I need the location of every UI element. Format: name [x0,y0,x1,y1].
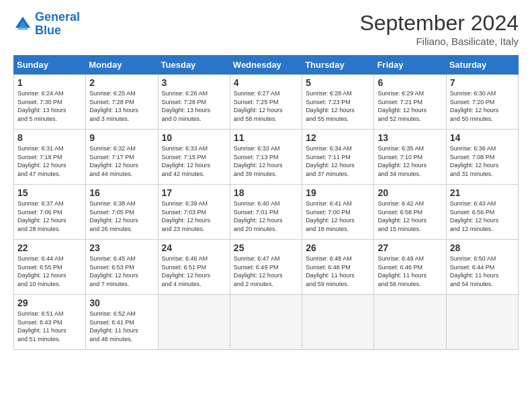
calendar-day-cell: 26Sunrise: 6:48 AM Sunset: 6:48 PM Dayli… [302,240,374,295]
calendar-day-cell: 24Sunrise: 6:46 AM Sunset: 6:51 PM Dayli… [158,240,230,295]
day-detail: Sunrise: 6:26 AM Sunset: 7:26 PM Dayligh… [162,89,226,123]
day-number: 25 [234,242,298,253]
calendar-day-cell: 4Sunrise: 6:27 AM Sunset: 7:25 PM Daylig… [230,75,302,130]
day-detail: Sunrise: 6:51 AM Sunset: 6:43 PM Dayligh… [17,310,82,343]
title-block: September 2024 Filiano, Basilicate, Ital… [359,11,519,47]
calendar-day-cell: 17Sunrise: 6:39 AM Sunset: 7:03 PM Dayli… [158,185,230,240]
day-number: 17 [162,187,226,198]
calendar-day-cell: 27Sunrise: 6:49 AM Sunset: 6:46 PM Dayli… [374,240,446,295]
calendar-day-cell: 7Sunrise: 6:30 AM Sunset: 7:20 PM Daylig… [446,75,518,130]
logo-text: General Blue [35,11,80,38]
header-wednesday: Wednesday [230,56,302,75]
calendar-day-cell [230,295,302,350]
day-detail: Sunrise: 6:34 AM Sunset: 7:11 PM Dayligh… [306,144,370,178]
calendar-day-cell: 5Sunrise: 6:28 AM Sunset: 7:23 PM Daylig… [302,75,374,130]
day-number: 11 [234,132,298,143]
day-number: 7 [450,77,515,88]
logo-general: General [35,10,80,24]
calendar-day-cell: 14Sunrise: 6:36 AM Sunset: 7:08 PM Dayli… [446,130,518,185]
day-number: 19 [306,187,370,198]
day-number: 6 [378,77,442,88]
calendar-day-cell: 6Sunrise: 6:29 AM Sunset: 7:21 PM Daylig… [374,75,446,130]
day-detail: Sunrise: 6:33 AM Sunset: 7:13 PM Dayligh… [234,144,298,178]
calendar-day-cell: 18Sunrise: 6:40 AM Sunset: 7:01 PM Dayli… [230,185,302,240]
day-number: 2 [89,77,154,88]
calendar-day-cell: 8Sunrise: 6:31 AM Sunset: 7:18 PM Daylig… [14,130,86,185]
calendar-day-cell: 9Sunrise: 6:32 AM Sunset: 7:17 PM Daylig… [86,130,158,185]
day-number: 18 [234,187,298,198]
day-number: 26 [306,242,370,253]
day-detail: Sunrise: 6:47 AM Sunset: 6:49 PM Dayligh… [234,255,298,288]
day-number: 3 [162,77,226,88]
logo: General Blue [13,11,80,38]
calendar-day-cell: 21Sunrise: 6:43 AM Sunset: 6:56 PM Dayli… [446,185,518,240]
calendar-day-cell: 12Sunrise: 6:34 AM Sunset: 7:11 PM Dayli… [302,130,374,185]
day-detail: Sunrise: 6:42 AM Sunset: 6:58 PM Dayligh… [378,199,442,233]
day-number: 9 [89,132,154,143]
calendar-day-cell: 15Sunrise: 6:37 AM Sunset: 7:06 PM Dayli… [14,185,86,240]
day-number: 14 [450,132,515,143]
day-number: 29 [17,298,82,308]
calendar-day-cell: 1Sunrise: 6:24 AM Sunset: 7:30 PM Daylig… [14,75,86,130]
day-detail: Sunrise: 6:29 AM Sunset: 7:21 PM Dayligh… [378,89,442,123]
day-detail: Sunrise: 6:40 AM Sunset: 7:01 PM Dayligh… [234,199,298,233]
day-number: 23 [89,242,154,253]
day-detail: Sunrise: 6:37 AM Sunset: 7:06 PM Dayligh… [17,199,82,233]
calendar-day-cell: 28Sunrise: 6:50 AM Sunset: 6:44 PM Dayli… [446,240,518,295]
day-number: 16 [89,187,154,198]
calendar-day-cell: 3Sunrise: 6:26 AM Sunset: 7:26 PM Daylig… [158,75,230,130]
day-detail: Sunrise: 6:33 AM Sunset: 7:15 PM Dayligh… [162,144,226,178]
day-number: 21 [450,187,515,198]
calendar-day-cell: 10Sunrise: 6:33 AM Sunset: 7:15 PM Dayli… [158,130,230,185]
day-detail: Sunrise: 6:43 AM Sunset: 6:56 PM Dayligh… [450,199,515,233]
header-thursday: Thursday [302,56,374,75]
calendar-week-row: 15Sunrise: 6:37 AM Sunset: 7:06 PM Dayli… [14,185,519,240]
logo-blue: Blue [35,24,80,38]
day-number: 22 [17,242,82,253]
day-detail: Sunrise: 6:24 AM Sunset: 7:30 PM Dayligh… [17,89,82,123]
month-title: September 2024 [359,11,519,36]
day-number: 30 [89,298,154,308]
calendar-day-cell: 30Sunrise: 6:52 AM Sunset: 6:41 PM Dayli… [86,295,158,350]
calendar-day-cell: 25Sunrise: 6:47 AM Sunset: 6:49 PM Dayli… [230,240,302,295]
day-number: 13 [378,132,442,143]
calendar-day-cell: 2Sunrise: 6:25 AM Sunset: 7:28 PM Daylig… [86,75,158,130]
day-detail: Sunrise: 6:50 AM Sunset: 6:44 PM Dayligh… [450,255,515,288]
day-number: 4 [234,77,298,88]
logo-icon [13,15,32,34]
day-detail: Sunrise: 6:41 AM Sunset: 7:00 PM Dayligh… [306,199,370,233]
calendar-day-cell: 16Sunrise: 6:38 AM Sunset: 7:05 PM Dayli… [86,185,158,240]
calendar-day-cell: 29Sunrise: 6:51 AM Sunset: 6:43 PM Dayli… [14,295,86,350]
day-number: 20 [378,187,442,198]
day-number: 28 [450,242,515,253]
calendar-table: Sunday Monday Tuesday Wednesday Thursday… [13,55,519,350]
day-detail: Sunrise: 6:31 AM Sunset: 7:18 PM Dayligh… [17,144,82,178]
header: General Blue September 2024 Filiano, Bas… [13,11,519,47]
calendar-body: 1Sunrise: 6:24 AM Sunset: 7:30 PM Daylig… [14,75,519,350]
day-detail: Sunrise: 6:36 AM Sunset: 7:08 PM Dayligh… [450,144,515,178]
header-sunday: Sunday [14,56,86,75]
calendar-week-row: 1Sunrise: 6:24 AM Sunset: 7:30 PM Daylig… [14,75,519,130]
day-detail: Sunrise: 6:30 AM Sunset: 7:20 PM Dayligh… [450,89,515,123]
day-number: 15 [17,187,82,198]
day-detail: Sunrise: 6:25 AM Sunset: 7:28 PM Dayligh… [89,89,154,123]
page: General Blue September 2024 Filiano, Bas… [0,0,532,357]
header-monday: Monday [86,56,158,75]
header-saturday: Saturday [446,56,518,75]
day-detail: Sunrise: 6:39 AM Sunset: 7:03 PM Dayligh… [162,199,226,233]
day-detail: Sunrise: 6:27 AM Sunset: 7:25 PM Dayligh… [234,89,298,123]
header-tuesday: Tuesday [158,56,230,75]
calendar-day-cell [302,295,374,350]
calendar-day-cell [446,295,518,350]
day-number: 10 [162,132,226,143]
calendar-week-row: 22Sunrise: 6:44 AM Sunset: 6:55 PM Dayli… [14,240,519,295]
calendar-day-cell: 19Sunrise: 6:41 AM Sunset: 7:00 PM Dayli… [302,185,374,240]
calendar-day-cell: 13Sunrise: 6:35 AM Sunset: 7:10 PM Dayli… [374,130,446,185]
day-detail: Sunrise: 6:52 AM Sunset: 6:41 PM Dayligh… [89,310,154,343]
day-number: 24 [162,242,226,253]
day-number: 8 [17,132,82,143]
calendar-week-row: 29Sunrise: 6:51 AM Sunset: 6:43 PM Dayli… [14,295,519,350]
calendar-day-cell: 23Sunrise: 6:45 AM Sunset: 6:53 PM Dayli… [86,240,158,295]
calendar-day-cell: 11Sunrise: 6:33 AM Sunset: 7:13 PM Dayli… [230,130,302,185]
day-detail: Sunrise: 6:28 AM Sunset: 7:23 PM Dayligh… [306,89,370,123]
